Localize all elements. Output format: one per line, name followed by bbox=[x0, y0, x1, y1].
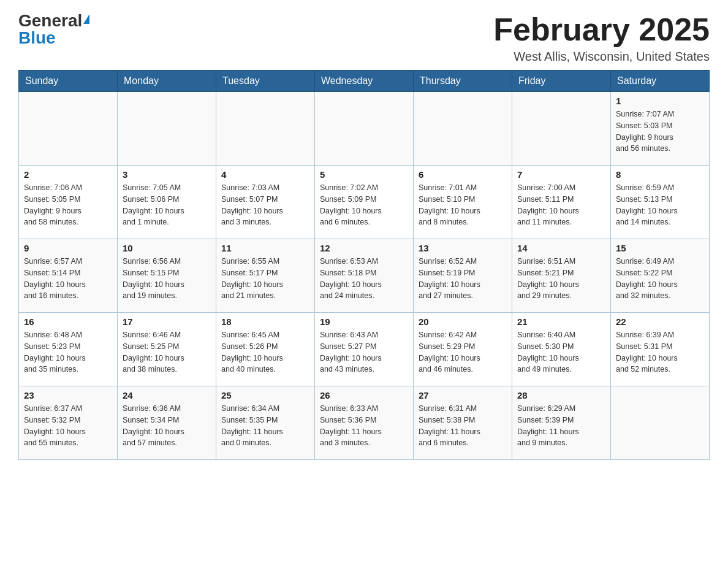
calendar-cell: 7Sunrise: 7:00 AM Sunset: 5:11 PM Daylig… bbox=[512, 166, 611, 239]
calendar-week-2: 2Sunrise: 7:06 AM Sunset: 5:05 PM Daylig… bbox=[19, 166, 710, 239]
day-number: 26 bbox=[320, 390, 408, 400]
day-info: Sunrise: 6:37 AM Sunset: 5:32 PM Dayligh… bbox=[24, 403, 112, 449]
day-number: 10 bbox=[123, 243, 211, 253]
calendar-cell bbox=[19, 92, 118, 166]
calendar-cell: 28Sunrise: 6:29 AM Sunset: 5:39 PM Dayli… bbox=[512, 386, 611, 460]
calendar-week-1: 1Sunrise: 7:07 AM Sunset: 5:03 PM Daylig… bbox=[19, 92, 710, 166]
weekday-header-monday: Monday bbox=[118, 71, 216, 92]
weekday-header-friday: Friday bbox=[512, 71, 611, 92]
day-number: 9 bbox=[24, 243, 112, 253]
day-number: 25 bbox=[221, 390, 309, 400]
day-info: Sunrise: 6:49 AM Sunset: 5:22 PM Dayligh… bbox=[616, 256, 704, 302]
day-info: Sunrise: 7:07 AM Sunset: 5:03 PM Dayligh… bbox=[616, 109, 704, 155]
calendar-cell: 3Sunrise: 7:05 AM Sunset: 5:06 PM Daylig… bbox=[118, 166, 216, 239]
day-info: Sunrise: 7:01 AM Sunset: 5:10 PM Dayligh… bbox=[419, 182, 507, 228]
calendar-cell: 16Sunrise: 6:48 AM Sunset: 5:23 PM Dayli… bbox=[19, 313, 118, 386]
calendar-cell: 5Sunrise: 7:02 AM Sunset: 5:09 PM Daylig… bbox=[315, 166, 414, 239]
calendar-cell: 22Sunrise: 6:39 AM Sunset: 5:31 PM Dayli… bbox=[611, 313, 710, 386]
day-info: Sunrise: 6:56 AM Sunset: 5:15 PM Dayligh… bbox=[123, 256, 211, 302]
day-number: 19 bbox=[320, 316, 408, 327]
calendar-cell: 9Sunrise: 6:57 AM Sunset: 5:14 PM Daylig… bbox=[19, 239, 118, 313]
logo-triangle-icon bbox=[83, 14, 89, 24]
calendar-cell: 1Sunrise: 7:07 AM Sunset: 5:03 PM Daylig… bbox=[611, 92, 710, 166]
calendar-cell: 4Sunrise: 7:03 AM Sunset: 5:07 PM Daylig… bbox=[216, 166, 315, 239]
calendar-cell bbox=[414, 92, 512, 166]
calendar-cell bbox=[315, 92, 414, 166]
calendar-cell: 18Sunrise: 6:45 AM Sunset: 5:26 PM Dayli… bbox=[216, 313, 315, 386]
day-number: 17 bbox=[123, 316, 211, 327]
calendar-cell: 10Sunrise: 6:56 AM Sunset: 5:15 PM Dayli… bbox=[118, 239, 216, 313]
calendar-cell: 20Sunrise: 6:42 AM Sunset: 5:29 PM Dayli… bbox=[414, 313, 512, 386]
calendar-cell bbox=[611, 386, 710, 460]
day-info: Sunrise: 6:42 AM Sunset: 5:29 PM Dayligh… bbox=[419, 329, 507, 375]
calendar-cell: 23Sunrise: 6:37 AM Sunset: 5:32 PM Dayli… bbox=[19, 386, 118, 460]
calendar-cell: 27Sunrise: 6:31 AM Sunset: 5:38 PM Dayli… bbox=[414, 386, 512, 460]
day-number: 15 bbox=[616, 243, 704, 253]
day-number: 13 bbox=[419, 243, 507, 253]
calendar-week-4: 16Sunrise: 6:48 AM Sunset: 5:23 PM Dayli… bbox=[19, 313, 710, 386]
day-number: 20 bbox=[419, 316, 507, 327]
day-info: Sunrise: 6:46 AM Sunset: 5:25 PM Dayligh… bbox=[123, 329, 211, 375]
weekday-header-sunday: Sunday bbox=[19, 71, 118, 92]
day-number: 11 bbox=[221, 243, 309, 253]
day-info: Sunrise: 6:53 AM Sunset: 5:18 PM Dayligh… bbox=[320, 256, 408, 302]
weekday-header-wednesday: Wednesday bbox=[315, 71, 414, 92]
calendar-table: SundayMondayTuesdayWednesdayThursdayFrid… bbox=[18, 70, 710, 460]
day-number: 7 bbox=[517, 169, 605, 180]
logo-blue-text: Blue bbox=[18, 29, 56, 47]
day-info: Sunrise: 6:57 AM Sunset: 5:14 PM Dayligh… bbox=[24, 256, 112, 302]
day-number: 18 bbox=[221, 316, 309, 327]
day-number: 2 bbox=[24, 169, 112, 180]
calendar-cell: 8Sunrise: 6:59 AM Sunset: 5:13 PM Daylig… bbox=[611, 166, 710, 239]
day-number: 21 bbox=[517, 316, 605, 327]
day-info: Sunrise: 7:05 AM Sunset: 5:06 PM Dayligh… bbox=[123, 182, 211, 228]
day-number: 12 bbox=[320, 243, 408, 253]
day-info: Sunrise: 6:45 AM Sunset: 5:26 PM Dayligh… bbox=[221, 329, 309, 375]
day-number: 6 bbox=[419, 169, 507, 180]
day-info: Sunrise: 6:34 AM Sunset: 5:35 PM Dayligh… bbox=[221, 403, 309, 449]
day-number: 3 bbox=[123, 169, 211, 180]
calendar-body: 1Sunrise: 7:07 AM Sunset: 5:03 PM Daylig… bbox=[19, 92, 710, 460]
day-number: 1 bbox=[616, 96, 704, 106]
calendar-cell bbox=[512, 92, 611, 166]
logo-general-text: General bbox=[18, 12, 82, 29]
calendar-cell: 14Sunrise: 6:51 AM Sunset: 5:21 PM Dayli… bbox=[512, 239, 611, 313]
day-info: Sunrise: 6:40 AM Sunset: 5:30 PM Dayligh… bbox=[517, 329, 605, 375]
day-info: Sunrise: 6:55 AM Sunset: 5:17 PM Dayligh… bbox=[221, 256, 309, 302]
title-block: February 2025 West Allis, Wisconsin, Uni… bbox=[493, 12, 710, 64]
weekday-header-thursday: Thursday bbox=[414, 71, 512, 92]
day-info: Sunrise: 6:48 AM Sunset: 5:23 PM Dayligh… bbox=[24, 329, 112, 375]
weekday-header-tuesday: Tuesday bbox=[216, 71, 315, 92]
weekday-header-row: SundayMondayTuesdayWednesdayThursdayFrid… bbox=[19, 71, 710, 92]
page-header: General Blue February 2025 West Allis, W… bbox=[18, 12, 710, 64]
calendar-header: SundayMondayTuesdayWednesdayThursdayFrid… bbox=[19, 71, 710, 92]
day-number: 4 bbox=[221, 169, 309, 180]
day-number: 8 bbox=[616, 169, 704, 180]
calendar-cell: 21Sunrise: 6:40 AM Sunset: 5:30 PM Dayli… bbox=[512, 313, 611, 386]
calendar-cell: 2Sunrise: 7:06 AM Sunset: 5:05 PM Daylig… bbox=[19, 166, 118, 239]
calendar-cell: 24Sunrise: 6:36 AM Sunset: 5:34 PM Dayli… bbox=[118, 386, 216, 460]
weekday-header-saturday: Saturday bbox=[611, 71, 710, 92]
day-info: Sunrise: 7:06 AM Sunset: 5:05 PM Dayligh… bbox=[24, 182, 112, 228]
day-info: Sunrise: 7:00 AM Sunset: 5:11 PM Dayligh… bbox=[517, 182, 605, 228]
day-info: Sunrise: 7:02 AM Sunset: 5:09 PM Dayligh… bbox=[320, 182, 408, 228]
calendar-cell: 12Sunrise: 6:53 AM Sunset: 5:18 PM Dayli… bbox=[315, 239, 414, 313]
day-info: Sunrise: 6:31 AM Sunset: 5:38 PM Dayligh… bbox=[419, 403, 507, 449]
day-info: Sunrise: 6:36 AM Sunset: 5:34 PM Dayligh… bbox=[123, 403, 211, 449]
day-info: Sunrise: 6:51 AM Sunset: 5:21 PM Dayligh… bbox=[517, 256, 605, 302]
calendar-cell bbox=[216, 92, 315, 166]
calendar-cell: 19Sunrise: 6:43 AM Sunset: 5:27 PM Dayli… bbox=[315, 313, 414, 386]
day-info: Sunrise: 6:59 AM Sunset: 5:13 PM Dayligh… bbox=[616, 182, 704, 228]
day-info: Sunrise: 6:43 AM Sunset: 5:27 PM Dayligh… bbox=[320, 329, 408, 375]
calendar-week-5: 23Sunrise: 6:37 AM Sunset: 5:32 PM Dayli… bbox=[19, 386, 710, 460]
location-title: West Allis, Wisconsin, United States bbox=[493, 50, 710, 64]
logo: General Blue bbox=[18, 12, 89, 47]
calendar-cell: 25Sunrise: 6:34 AM Sunset: 5:35 PM Dayli… bbox=[216, 386, 315, 460]
calendar-cell: 13Sunrise: 6:52 AM Sunset: 5:19 PM Dayli… bbox=[414, 239, 512, 313]
day-info: Sunrise: 6:33 AM Sunset: 5:36 PM Dayligh… bbox=[320, 403, 408, 449]
calendar-week-3: 9Sunrise: 6:57 AM Sunset: 5:14 PM Daylig… bbox=[19, 239, 710, 313]
day-info: Sunrise: 6:52 AM Sunset: 5:19 PM Dayligh… bbox=[419, 256, 507, 302]
day-number: 22 bbox=[616, 316, 704, 327]
day-number: 14 bbox=[517, 243, 605, 253]
day-number: 24 bbox=[123, 390, 211, 400]
